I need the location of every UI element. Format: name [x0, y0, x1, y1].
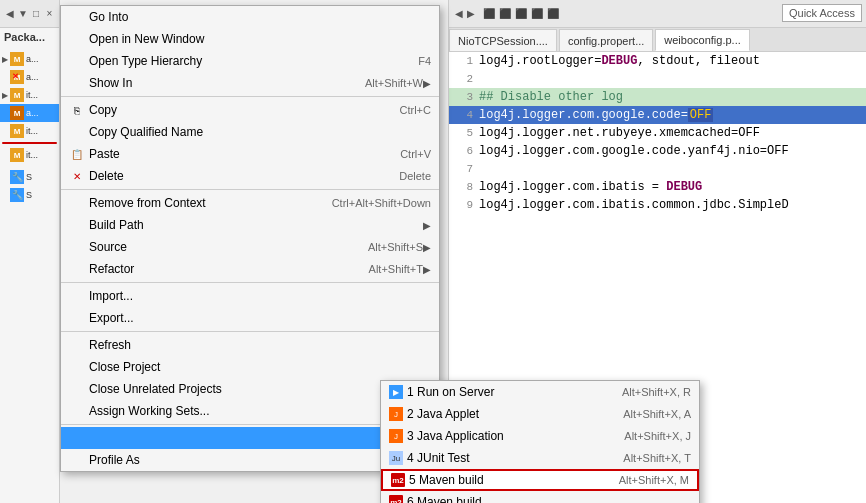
tree-item[interactable]: ▶ M it... — [0, 86, 59, 104]
menu-item-label: Source — [89, 240, 348, 254]
menu-item-refactor[interactable]: Refactor Alt+Shift+T ▶ — [61, 258, 439, 280]
tree-item[interactable]: M it... — [0, 146, 59, 164]
refactor-icon — [69, 261, 85, 277]
panel-toolbar: ◀ ▼ □ × — [0, 0, 59, 28]
quick-access-box[interactable]: Quick Access — [782, 4, 862, 22]
close-unrelated-icon — [69, 381, 85, 397]
menu-item-label: Close Project — [89, 360, 431, 374]
tree-item[interactable]: M it... — [0, 122, 59, 140]
tab-label: NioTCPSession.... — [458, 35, 548, 47]
code-line: 9 log4j.logger.com.ibatis.common.jdbc.Si… — [449, 196, 866, 214]
menu-item-label: Go Into — [89, 10, 431, 24]
arrow-icon: ▶ — [423, 220, 431, 231]
tree-item[interactable]: ▶ M a... — [0, 50, 59, 68]
tree-item[interactable]: 🔧 S — [0, 168, 59, 186]
menu-item-label: Refresh — [89, 338, 431, 352]
menu-item-open-new-window[interactable]: Open in New Window — [61, 28, 439, 50]
submenu-label: 4 JUnit Test — [407, 451, 623, 465]
min-btn[interactable]: □ — [31, 6, 42, 22]
menu-item-build-path[interactable]: Build Path ▶ — [61, 214, 439, 236]
code-text: log4j.logger.net.rubyeye.xmemcached=OFF — [479, 126, 760, 140]
submenu-maven-build2[interactable]: m2 6 Maven build... — [381, 491, 699, 503]
toolbar-nav3[interactable]: ⬛ — [515, 8, 527, 19]
submenu-run-on-server[interactable]: ▶ 1 Run on Server Alt+Shift+X, R — [381, 381, 699, 403]
line-number: 3 — [453, 91, 473, 103]
code-line: 5 log4j.logger.net.rubyeye.xmemcached=OF… — [449, 124, 866, 142]
tree-item[interactable]: 🔧 S — [0, 186, 59, 204]
shortcut-label: Ctrl+Alt+Shift+Down — [332, 197, 431, 209]
toolbar-nav5[interactable]: ⬛ — [547, 8, 559, 19]
menu-item-delete[interactable]: ✕ Delete Delete — [61, 165, 439, 187]
menu-item-show-in[interactable]: Show In Alt+Shift+W ▶ — [61, 72, 439, 94]
shortcut-label: Alt+Shift+X, M — [619, 474, 689, 486]
submenu-java-applet[interactable]: J 2 Java Applet Alt+Shift+X, A — [381, 403, 699, 425]
menu-item-label: Build Path — [89, 218, 423, 232]
submenu-label: 1 Run on Server — [407, 385, 622, 399]
m2-icon: m2 — [391, 473, 405, 487]
tab-weibo[interactable]: weiboconfig.p... — [655, 29, 749, 51]
menu-item-copy[interactable]: ⎘ Copy Ctrl+C — [61, 99, 439, 121]
tree-view: ▶ M a... M✕ a... ▶ M it... M a... M it..… — [0, 50, 59, 503]
quick-access-label: Quick Access — [789, 7, 855, 19]
tab-nio[interactable]: NioTCPSession.... — [449, 29, 557, 51]
arrow-icon: ▶ — [423, 242, 431, 253]
submenu-label: 2 Java Applet — [407, 407, 623, 421]
code-text: log4j.logger.com.ibatis = DEBUG — [479, 180, 702, 194]
toolbar-icon1[interactable]: ◀ — [455, 8, 463, 19]
debug-icon — [69, 452, 85, 468]
shortcut-label: Ctrl+C — [400, 104, 431, 116]
submenu-maven-build[interactable]: m2 5 Maven build Alt+Shift+X, M — [381, 469, 699, 491]
menu-item-label: Open Type Hierarchy — [89, 54, 398, 68]
shortcut-label: Alt+Shift+X, R — [622, 386, 691, 398]
line-number: 7 — [453, 163, 473, 175]
code-line: 6 log4j.logger.com.google.code.yanf4j.ni… — [449, 142, 866, 160]
tree-item[interactable]: M✕ a... — [0, 68, 59, 86]
open-window-icon — [69, 31, 85, 47]
show-in-icon — [69, 75, 85, 91]
run-as-submenu: ▶ 1 Run on Server Alt+Shift+X, R J 2 Jav… — [380, 380, 700, 503]
toolbar-nav2[interactable]: ⬛ — [499, 8, 511, 19]
editor-tabs: NioTCPSession.... config.propert... weib… — [449, 28, 866, 52]
editor-toolbar: ◀ ▶ ⬛ ⬛ ⬛ ⬛ ⬛ Quick Access — [449, 0, 866, 28]
menu-item-export[interactable]: Export... — [61, 307, 439, 329]
menu-item-copy-qualified[interactable]: Copy Qualified Name — [61, 121, 439, 143]
toolbar-icon2[interactable]: ▶ — [467, 8, 475, 19]
tab-label: config.propert... — [568, 35, 644, 47]
menu-item-go-into[interactable]: Go Into — [61, 6, 439, 28]
close-btn[interactable]: × — [44, 6, 55, 22]
tree-item-selected[interactable]: M a... — [0, 104, 59, 122]
tab-label: weiboconfig.p... — [664, 34, 740, 46]
code-text: log4j.logger.com.google.code.yanf4j.nio=… — [479, 144, 789, 158]
menu-item-close-project[interactable]: Close Project — [61, 356, 439, 378]
submenu-junit[interactable]: Ju 4 JUnit Test Alt+Shift+X, T — [381, 447, 699, 469]
menu-item-import[interactable]: Import... — [61, 285, 439, 307]
profile-icon — [69, 430, 85, 446]
menu-item-open-type-hierarchy[interactable]: Open Type Hierarchy F4 — [61, 50, 439, 72]
menu-item-label: Open in New Window — [89, 32, 431, 46]
toolbar-nav[interactable]: ⬛ — [483, 8, 495, 19]
import-icon — [69, 288, 85, 304]
refresh-icon — [69, 337, 85, 353]
menu-item-remove-from-context[interactable]: Remove from Context Ctrl+Alt+Shift+Down — [61, 192, 439, 214]
copy-qualified-icon — [69, 124, 85, 140]
menu-item-source[interactable]: Source Alt+Shift+S ▶ — [61, 236, 439, 258]
toolbar-nav4[interactable]: ⬛ — [531, 8, 543, 19]
separator — [61, 282, 439, 283]
code-line: 8 log4j.logger.com.ibatis = DEBUG — [449, 178, 866, 196]
code-line: 1 log4j.rootLogger=DEBUG, stdout, fileou… — [449, 52, 866, 70]
menu-item-label: Refactor — [89, 262, 349, 276]
menu-item-label: Show In — [89, 76, 345, 90]
shortcut-label: Alt+Shift+X, T — [623, 452, 691, 464]
back-btn[interactable]: ◀ — [4, 6, 15, 22]
down-btn[interactable]: ▼ — [17, 6, 28, 22]
separator — [61, 189, 439, 190]
java-icon: J — [389, 407, 403, 421]
menu-item-paste[interactable]: 📋 Paste Ctrl+V — [61, 143, 439, 165]
shortcut-label: Alt+Shift+X, J — [624, 430, 691, 442]
menu-item-refresh[interactable]: Refresh — [61, 334, 439, 356]
menu-item-label: Copy Qualified Name — [89, 125, 431, 139]
line-number: 2 — [453, 73, 473, 85]
tab-config[interactable]: config.propert... — [559, 29, 653, 51]
java-app-icon: J — [389, 429, 403, 443]
submenu-java-application[interactable]: J 3 Java Application Alt+Shift+X, J — [381, 425, 699, 447]
